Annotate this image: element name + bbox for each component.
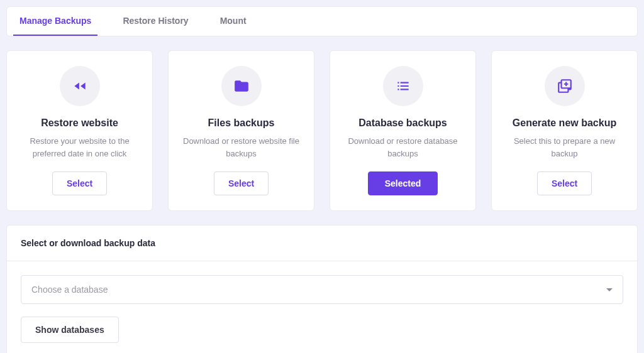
select-restore-button[interactable]: Select	[52, 171, 107, 195]
card-title: Files backups	[208, 117, 275, 129]
chevron-down-icon	[606, 288, 613, 291]
rewind-icon	[60, 66, 100, 106]
section-body: Choose a database Show databases	[7, 261, 637, 353]
show-databases-button[interactable]: Show databases	[21, 317, 119, 343]
tab-mount[interactable]: Mount	[214, 7, 253, 36]
cards-row: Restore website Restore your website to …	[6, 50, 638, 211]
card-title: Restore website	[41, 117, 118, 129]
folder-icon	[221, 66, 262, 106]
database-select[interactable]: Choose a database	[21, 275, 623, 304]
card-title: Database backups	[358, 117, 447, 129]
tab-restore-history[interactable]: Restore History	[116, 7, 194, 36]
card-restore-website: Restore website Restore your website to …	[6, 50, 153, 211]
list-icon	[383, 66, 423, 106]
card-desc: Restore your website to the preferred da…	[16, 135, 143, 160]
card-generate-backup: Generate new backup Select this to prepa…	[491, 50, 638, 211]
select-generate-button[interactable]: Select	[537, 171, 592, 195]
card-title: Generate new backup	[513, 117, 616, 129]
select-download-panel: Select or download backup data Choose a …	[6, 225, 638, 353]
card-desc: Select this to prepare a new backup	[501, 135, 628, 160]
tab-manage-backups[interactable]: Manage Backups	[13, 7, 97, 36]
selected-database-button[interactable]: Selected	[368, 171, 438, 195]
section-header: Select or download backup data	[7, 225, 637, 261]
card-desc: Download or restore database backups	[339, 135, 467, 160]
copy-plus-icon	[545, 66, 585, 106]
card-files-backups: Files backups Download or restore websit…	[168, 50, 314, 211]
tab-bar: Manage Backups Restore History Mount	[6, 6, 638, 36]
card-desc: Download or restore website file backups	[177, 135, 305, 160]
select-placeholder: Choose a database	[31, 285, 108, 295]
select-files-button[interactable]: Select	[214, 171, 269, 195]
card-database-backups: Database backups Download or restore dat…	[330, 50, 476, 211]
